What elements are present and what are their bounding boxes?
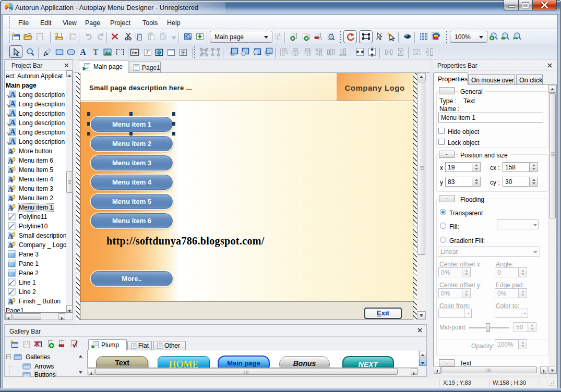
svg-text:A: A [80, 47, 86, 56]
svg-text:T: T [93, 47, 99, 56]
svg-text:Rtf: Rtf [132, 51, 138, 55]
svg-text:F: F [145, 48, 150, 56]
